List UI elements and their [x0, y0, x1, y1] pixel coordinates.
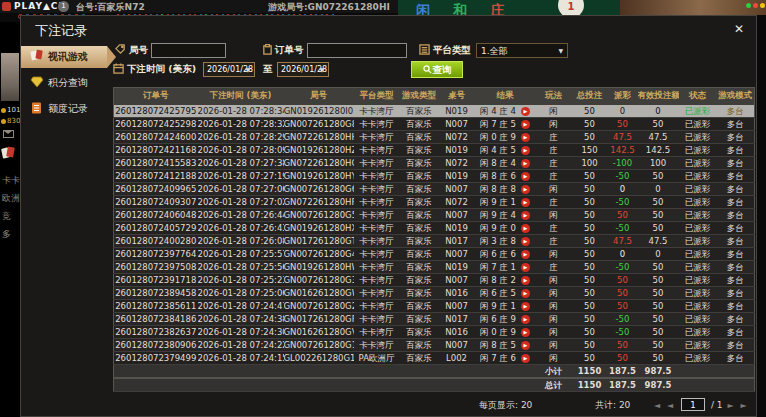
table-row[interactable]: 260128072409965 2026-01-28 07:27:06 GN00…	[114, 182, 755, 195]
table-row[interactable]: 260128072385611 2026-01-28 07:24:47 GN00…	[114, 299, 755, 312]
column-header: 订单号	[114, 88, 198, 105]
replay-play-icon[interactable]: ▶	[521, 172, 530, 181]
total-bet: 1150	[572, 378, 608, 392]
table-row[interactable]: 260128072421168 2026-01-28 07:28:09 GN01…	[114, 143, 755, 156]
replay-play-icon[interactable]: ▶	[521, 341, 530, 350]
replay-play-icon[interactable]: ▶	[521, 315, 530, 324]
replay-play-icon[interactable]: ▶	[521, 237, 530, 246]
subtotal-valid: 987.5	[638, 364, 679, 378]
lobby-left-strip: 1012 830. 卡卡 欧洲 竞 多	[0, 22, 20, 417]
status-badge: 已派彩	[679, 182, 717, 195]
status-badge: 已派彩	[679, 105, 717, 118]
status-badge: 已派彩	[679, 299, 717, 312]
status-badge: 已派彩	[679, 169, 717, 182]
status-badge: 已派彩	[679, 143, 717, 156]
page-number-input[interactable]: 1	[681, 398, 705, 411]
replay-play-icon[interactable]: ▶	[521, 120, 530, 129]
table-row[interactable]: 260128072382637 2026-01-28 07:24:30 GN01…	[114, 325, 755, 338]
status-badge: 已派彩	[679, 351, 717, 364]
status-badge: 已派彩	[679, 312, 717, 325]
sidebar-item-points-query[interactable]: 积分查询	[21, 72, 107, 94]
replay-play-icon[interactable]: ▶	[521, 263, 530, 272]
result-text: 闲 9 庄 1	[480, 197, 516, 207]
round-number-input[interactable]	[151, 43, 226, 58]
replay-play-icon[interactable]: ▶	[521, 159, 530, 168]
total-valid: 987.5	[638, 378, 679, 392]
status-badge: 已派彩	[679, 130, 717, 143]
close-icon[interactable]: ✕	[734, 23, 744, 35]
status-badge: 已派彩	[679, 338, 717, 351]
table-row[interactable]: 260128072425298 2026-01-28 07:28:32 GN00…	[114, 117, 755, 130]
table-row[interactable]: 260128072406048 2026-01-28 07:26:44 GN00…	[114, 208, 755, 221]
replay-play-icon[interactable]: ▶	[521, 198, 530, 207]
replay-play-icon[interactable]: ▶	[521, 211, 530, 220]
prev-page-icon[interactable]: ◄	[667, 401, 673, 410]
table-row[interactable]: 260128072425795 2026-01-28 07:28:34 GN01…	[114, 105, 755, 118]
replay-play-icon[interactable]: ▶	[521, 250, 530, 259]
table-row[interactable]: 260128072380906 2026-01-28 07:24:22 GN00…	[114, 338, 755, 351]
table-row[interactable]: 260128072412188 2026-01-28 07:27:19 GN01…	[114, 169, 755, 182]
balance-credits: 830.	[1, 117, 20, 125]
payout-value: -50	[616, 327, 630, 337]
seat-badge: 1	[58, 1, 69, 12]
platform-type-select[interactable]: 1.全部 ▼	[476, 43, 568, 58]
payout-value: -100	[613, 158, 632, 168]
payout-value: -50	[616, 197, 630, 207]
last-page-icon[interactable]: ►	[740, 401, 746, 410]
replay-play-icon[interactable]: ▶	[521, 354, 530, 363]
gem-icon	[30, 74, 44, 86]
order-number-input[interactable]	[307, 43, 407, 58]
replay-play-icon[interactable]: ▶	[521, 276, 530, 285]
replay-play-icon[interactable]: ▶	[521, 224, 530, 233]
replay-play-icon[interactable]: ▶	[521, 107, 530, 116]
sidebar-item-video-games[interactable]: 视讯游戏	[21, 46, 107, 68]
replay-play-icon[interactable]: ▶	[521, 289, 530, 298]
table-row[interactable]: 260128072379499 2026-01-28 07:24:15 GL00…	[114, 351, 755, 364]
result-text: 闲 9 庄 0	[480, 223, 516, 233]
replay-play-icon[interactable]: ▶	[521, 328, 530, 337]
table-body: 260128072425795 2026-01-28 07:28:34 GN01…	[114, 105, 755, 365]
replay-play-icon[interactable]: ▶	[521, 133, 530, 142]
result-text: 闲 0 庄 9	[480, 327, 516, 337]
payout-value: -50	[616, 171, 630, 181]
document-icon	[30, 100, 44, 112]
table-row[interactable]: 260128072389458 2026-01-28 07:25:06 GN01…	[114, 286, 755, 299]
result-text: 闲 7 庄 1	[480, 262, 516, 272]
search-button[interactable]: 查询	[411, 61, 463, 78]
lobby-item-fragment[interactable]: 多	[2, 228, 11, 241]
lobby-item-fragment[interactable]: 竞	[2, 210, 11, 223]
lobby-item-fragment[interactable]: 卡卡	[2, 174, 20, 187]
status-badge: 已派彩	[679, 117, 717, 130]
cards-icon[interactable]	[2, 146, 16, 160]
first-page-icon[interactable]: ◄	[654, 401, 660, 410]
table-row[interactable]: 260128072400280 2026-01-28 07:26:08 GN01…	[114, 234, 755, 247]
lobby-item-fragment[interactable]: 欧洲	[2, 192, 20, 205]
payout-value: 50	[617, 210, 628, 220]
sidebar-item-quota-records[interactable]: 额度记录	[21, 98, 107, 120]
date-from-picker[interactable]: 2026/01/28 ▼	[203, 62, 255, 77]
brand-chip-icon	[2, 2, 11, 11]
avatar[interactable]	[1, 53, 19, 101]
table-row[interactable]: 260128072384186 2026-01-28 07:24:38 GN01…	[114, 312, 755, 325]
replay-play-icon[interactable]: ▶	[521, 146, 530, 155]
table-row[interactable]: 260128072397764 2026-01-28 07:25:57 GN00…	[114, 247, 755, 260]
replay-play-icon[interactable]: ▶	[521, 185, 530, 194]
table-row[interactable]: 260128072424600 2026-01-28 07:28:29 GN07…	[114, 130, 755, 143]
subtotal-bet: 1150	[572, 364, 608, 378]
table-row[interactable]: 260128072397508 2026-01-28 07:25:56 GN01…	[114, 260, 755, 273]
table-row[interactable]: 260128072391718 2026-01-28 07:25:23 GN00…	[114, 273, 755, 286]
table-row[interactable]: 260128072409307 2026-01-28 07:27:02 GN07…	[114, 195, 755, 208]
table-row[interactable]: 260128072405729 2026-01-28 07:26:43 GN01…	[114, 221, 755, 234]
table-row[interactable]: 260128072415583 2026-01-28 07:27:38 GN07…	[114, 156, 755, 169]
next-page-icon[interactable]: ►	[727, 401, 733, 410]
date-to-picker[interactable]: 2026/01/28 ▼	[277, 62, 329, 77]
calendar-icon	[113, 63, 124, 74]
replay-play-icon[interactable]: ▶	[521, 302, 530, 311]
status-badge: 已派彩	[679, 260, 717, 273]
total-label: 总计	[536, 378, 572, 392]
mail-icon[interactable]	[3, 130, 14, 138]
status-dot-icon	[760, 3, 765, 8]
subtotal-row: 小计 1150 187.5 987.5	[114, 364, 755, 378]
result-text: 闲 3 庄 8	[480, 236, 516, 246]
table-footer: 每页显示: 20 共计: 20 ◄ ◄ 1 / 1 ► ►	[107, 396, 756, 414]
